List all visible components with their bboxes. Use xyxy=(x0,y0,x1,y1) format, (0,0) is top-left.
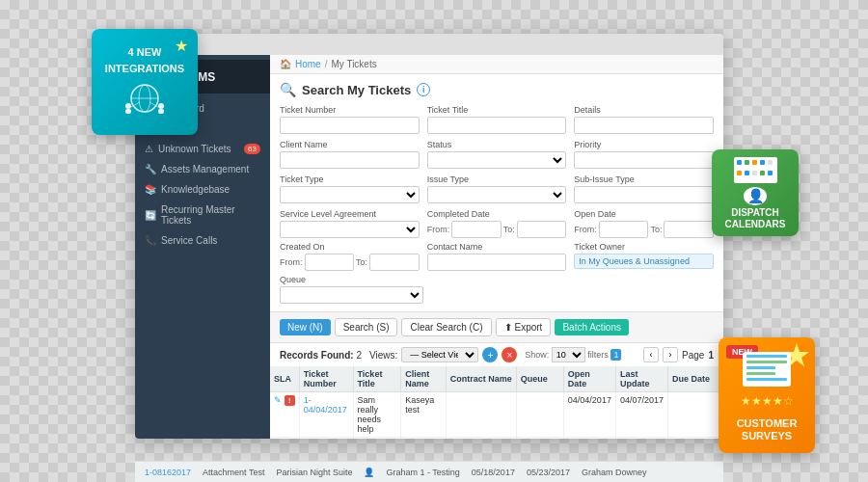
calendar-illustration xyxy=(734,157,777,183)
created-from-label: From: xyxy=(280,257,303,267)
completed-from-label: From: xyxy=(427,225,450,234)
open-to-input[interactable] xyxy=(664,221,714,238)
row2-open-date: 02/17/2017 xyxy=(563,438,615,440)
client-name-field: Client Name xyxy=(280,140,420,169)
col-open-date[interactable]: OpenDate xyxy=(563,366,615,392)
unknown-tickets-badge: 63 xyxy=(244,144,260,154)
breadcrumb: 🏠 Home / My Tickets xyxy=(270,55,723,74)
col-contract-name[interactable]: Contract Name xyxy=(446,366,516,392)
open-date-label: Open Date xyxy=(574,209,714,219)
col-client-name[interactable]: ClientName xyxy=(401,366,446,392)
col-queue[interactable]: Queue xyxy=(516,366,563,392)
row1-ticket-number[interactable]: 1-04/04/2017 xyxy=(299,392,353,438)
info-icon[interactable]: i xyxy=(417,83,430,96)
status-ticket-id[interactable]: 1-08162017 xyxy=(145,468,191,477)
batch-actions-button[interactable]: Batch Actions xyxy=(555,319,629,335)
clear-search-button[interactable]: Clear Search (C) xyxy=(401,318,491,336)
created-to-label: To: xyxy=(356,257,367,267)
breadcrumb-sep: / xyxy=(325,59,328,69)
integrations-count: 4 NEW xyxy=(128,46,162,59)
show-count-select[interactable]: 10 xyxy=(552,347,585,362)
add-view-button[interactable]: + xyxy=(482,347,498,362)
export-icon: ⬆ xyxy=(504,322,512,333)
completed-to-input[interactable] xyxy=(517,221,567,238)
records-bar: Records Found: 2 Views: — Select View — … xyxy=(270,343,723,366)
ticket-number-input[interactable] xyxy=(280,117,420,134)
table-body: ✎ ! 1-04/04/2017 Sam really needs help K… xyxy=(270,392,723,440)
sidebar-item-unknown-tickets[interactable]: ⚠ Unknown Tickets 63 xyxy=(135,139,270,159)
details-input[interactable] xyxy=(574,117,714,134)
show-label: Show: 10 filters 1 xyxy=(525,347,621,362)
status-field: Status xyxy=(427,140,567,169)
unknown-tickets-icon: ⚠ xyxy=(145,144,153,154)
open-from-input[interactable] xyxy=(599,221,649,238)
queue-select[interactable] xyxy=(280,286,423,304)
page-label: Page xyxy=(682,350,704,361)
sla-select[interactable] xyxy=(280,221,420,238)
cal-dot-9 xyxy=(760,171,765,175)
col-ticket-title[interactable]: TicketTitle xyxy=(353,366,401,392)
prev-page-button[interactable]: ‹ xyxy=(643,347,659,362)
ticket-owner-label: Ticket Owner xyxy=(574,242,714,252)
form-row-2: Client Name Status Priority xyxy=(280,140,714,169)
row1-ticket-title: Sam really needs help xyxy=(353,392,401,438)
form-row-1: Ticket Number Ticket Title Details xyxy=(280,105,714,134)
ticket-title-input[interactable] xyxy=(427,117,567,134)
browser-content: BMS ⊞ Dashboard 🎫 Tickets ⚠ Unknown Tick… xyxy=(135,55,723,439)
created-from-input[interactable] xyxy=(305,254,355,271)
cal-dot-8 xyxy=(752,171,757,175)
edit-icon[interactable]: ✎ xyxy=(274,395,282,406)
col-ticket-number[interactable]: TicketNumber xyxy=(299,366,353,392)
sub-issue-type-field: Sub-Issue Type xyxy=(574,174,714,203)
sidebar-item-assets[interactable]: 🔧 Assets Management xyxy=(135,159,270,179)
col-last-update[interactable]: LastUpdate xyxy=(615,366,667,392)
surveys-stars: ★★★★☆ xyxy=(741,394,794,408)
cal-dot-5 xyxy=(768,160,773,165)
ticket-type-select[interactable] xyxy=(280,186,420,203)
card-surveys[interactable]: NEW ★★★★☆ CUSTOMER SURVEYS xyxy=(719,337,815,453)
sidebar-item-service-calls[interactable]: 📞 Service Calls xyxy=(135,230,270,251)
sub-issue-type-input[interactable] xyxy=(574,186,714,203)
row1-due-date xyxy=(667,392,722,438)
col-due-date[interactable]: Due Date xyxy=(667,366,722,392)
status-select[interactable] xyxy=(427,151,567,169)
details-label: Details xyxy=(574,105,714,115)
export-button[interactable]: ⬆ Export xyxy=(496,318,552,336)
created-to-input[interactable] xyxy=(369,254,420,271)
open-from-label: From: xyxy=(574,225,597,234)
views-section: Views: — Select View — + × xyxy=(369,347,517,362)
next-page-button[interactable]: › xyxy=(663,347,678,362)
issue-type-field: Issue Type xyxy=(427,174,567,203)
row1-queue xyxy=(516,392,563,438)
records-count: 2 xyxy=(356,350,362,361)
card-integrations[interactable]: ★ 4 NEW INTEGRATIONS xyxy=(92,29,198,135)
records-found-text: Records Found: xyxy=(280,350,354,361)
priority-input[interactable] xyxy=(574,151,714,169)
row2-contract-name xyxy=(446,438,516,440)
search-icon: 🔍 xyxy=(280,82,296,97)
ticket-owner-field: Ticket Owner In My Queues & Unassigned xyxy=(574,242,714,271)
row1-actions: ✎ ! xyxy=(274,395,295,406)
queue-field: Queue xyxy=(280,275,423,304)
status-client: Parisian Night Suite xyxy=(276,468,352,477)
breadcrumb-home[interactable]: Home xyxy=(295,59,321,69)
views-dropdown[interactable]: — Select View — xyxy=(401,347,478,362)
search-button[interactable]: Search (S) xyxy=(335,318,398,336)
pagination: ‹ › Page 1 xyxy=(643,347,714,362)
sidebar-item-recurring[interactable]: 🔄 Recurring Master Tickets xyxy=(135,200,270,230)
remove-view-button[interactable]: × xyxy=(502,347,517,362)
sla-badge: ! xyxy=(285,395,295,406)
sub-issue-type-label: Sub-Issue Type xyxy=(574,174,714,184)
filters-count: 1 xyxy=(610,349,621,361)
issue-type-select[interactable] xyxy=(427,186,567,203)
contact-name-input[interactable] xyxy=(427,254,567,271)
completed-from-input[interactable] xyxy=(451,221,502,238)
card-dispatch[interactable]: 👤 DISPATCH CALENDARS xyxy=(712,149,799,236)
sidebar-item-knowledgebase[interactable]: 📚 Knowledgebase xyxy=(135,179,270,200)
table-header: SLA TicketNumber TicketTitle ClientName … xyxy=(270,366,723,392)
client-name-input[interactable] xyxy=(280,151,420,169)
new-button[interactable]: New (N) xyxy=(280,319,331,335)
doc-line-4 xyxy=(746,372,775,375)
row2-ticket-number[interactable]: 1-02/17/2017 xyxy=(299,438,353,440)
toolbar: New (N) Search (S) Clear Search (C) ⬆ Ex… xyxy=(270,311,723,343)
